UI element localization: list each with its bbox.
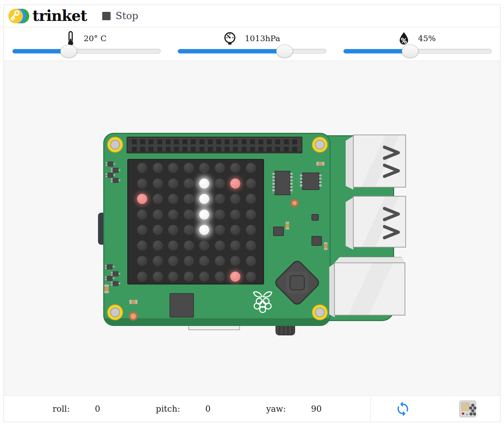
gpio-pin <box>191 147 196 152</box>
mounting-hole-inner <box>315 307 325 317</box>
gpio-pin <box>233 147 238 152</box>
sensehat-icon-dot <box>469 412 473 416</box>
transistor <box>107 276 113 281</box>
led-1-0 <box>137 178 147 189</box>
led-2-4 <box>199 194 209 204</box>
sensehat-icon-dot <box>469 406 472 410</box>
sensor-ic <box>302 173 319 190</box>
sensehat-view-button[interactable] <box>459 401 476 417</box>
led-0-2 <box>168 163 178 173</box>
roll-value: 0 <box>95 404 100 414</box>
sensor-sliders: 20° C 1013hPa <box>4 27 500 61</box>
led-0-3 <box>184 163 194 173</box>
led-1-1 <box>153 178 163 189</box>
temperature-slider-thumb[interactable] <box>60 45 77 58</box>
usb-pins-icon <box>383 206 401 241</box>
mounting-hole-top-left <box>107 137 123 153</box>
gpio-pin <box>140 139 145 144</box>
sensehat-icon-matrix <box>461 403 469 411</box>
gpio-pin <box>267 139 272 144</box>
led-5-7 <box>246 241 256 251</box>
pressure-head: 1013hPa <box>178 29 326 47</box>
trinket-brand[interactable]: trinket <box>7 7 87 25</box>
mounting-hole-inner <box>110 307 120 317</box>
usb-port-side <box>346 197 353 250</box>
temperature-slider[interactable] <box>12 49 161 54</box>
led-4-0 <box>137 225 147 235</box>
led-3-5 <box>215 210 225 220</box>
resistor <box>286 222 289 229</box>
sensehat-icon-dot <box>473 412 476 416</box>
led-7-4 <box>199 272 209 282</box>
copper-pad <box>291 199 299 207</box>
led-6-6 <box>230 256 240 266</box>
led-5-0 <box>137 241 147 251</box>
resistor <box>316 162 324 166</box>
temperature-slider-group: 20° C <box>4 27 169 61</box>
pressure-slider[interactable] <box>178 49 326 54</box>
gpio-pin <box>216 139 221 144</box>
pressure-slider-thumb[interactable] <box>276 45 293 58</box>
usb-port-bottom <box>353 196 406 248</box>
gpio-pin <box>292 147 297 152</box>
ethernet-port <box>334 263 405 315</box>
humidity-slider-fill <box>344 49 410 53</box>
led-5-4 <box>199 241 209 251</box>
sensehat-icon-led <box>462 412 464 415</box>
small-chip <box>273 227 284 236</box>
gpio-pin <box>258 147 263 152</box>
led-5-2 <box>168 241 178 251</box>
led-3-0 <box>137 210 147 220</box>
usb-pins-icon <box>383 145 401 180</box>
gpio-pin <box>242 139 247 144</box>
gpio-pin <box>182 139 187 144</box>
led-7-1 <box>153 272 163 282</box>
transistor <box>107 173 113 178</box>
yaw-value: 90 <box>311 404 322 414</box>
gpio-pin <box>191 139 196 144</box>
transistor <box>113 271 119 276</box>
gpio-pin <box>182 147 187 152</box>
led-2-5 <box>215 194 225 204</box>
orientation-readouts: roll: 0 pitch: 0 yaw: 90 <box>4 396 371 422</box>
led-7-7 <box>246 272 256 282</box>
gpio-pin <box>149 139 153 144</box>
gpio-pin <box>233 139 238 144</box>
led-4-1 <box>153 225 163 235</box>
led-7-3 <box>184 272 194 282</box>
led-3-6 <box>230 210 240 220</box>
gpio-pin <box>250 139 255 144</box>
led-6-5 <box>215 256 225 266</box>
led-6-7 <box>246 256 256 266</box>
led-5-1 <box>153 241 163 251</box>
joystick-button[interactable] <box>289 275 305 290</box>
led-0-0 <box>137 163 147 173</box>
gpio-pin <box>208 147 213 152</box>
led-0-1 <box>153 163 163 173</box>
led-7-2 <box>168 272 178 282</box>
led-1-5 <box>215 178 225 189</box>
reset-orientation-button[interactable] <box>395 401 411 417</box>
mounting-hole-inner <box>315 140 325 150</box>
pressure-slider-fill <box>178 49 285 53</box>
mounting-hole-top-right <box>312 137 328 153</box>
humidity-slider[interactable] <box>343 49 492 54</box>
gpio-pin <box>267 147 272 152</box>
refresh-icon <box>395 401 411 417</box>
led-3-1 <box>153 210 163 220</box>
sensehat-icon-spec <box>466 414 468 415</box>
raspberry-pi-logo-icon <box>252 290 273 314</box>
stop-square-icon <box>102 12 111 20</box>
sense-hat-stage <box>4 61 500 395</box>
small-chip <box>311 214 319 221</box>
led-4-3 <box>184 225 194 235</box>
pitch-readout: pitch: 0 <box>156 404 211 414</box>
gpio-pin <box>200 139 204 144</box>
led-0-6 <box>230 163 240 173</box>
humidity-slider-thumb[interactable] <box>402 45 419 58</box>
stop-button[interactable]: Stop <box>102 10 138 22</box>
led-1-3 <box>184 178 194 189</box>
app-frame: trinket Stop 20° C <box>3 5 501 422</box>
pitch-label: pitch: <box>156 404 180 414</box>
led-4-7 <box>246 225 256 235</box>
